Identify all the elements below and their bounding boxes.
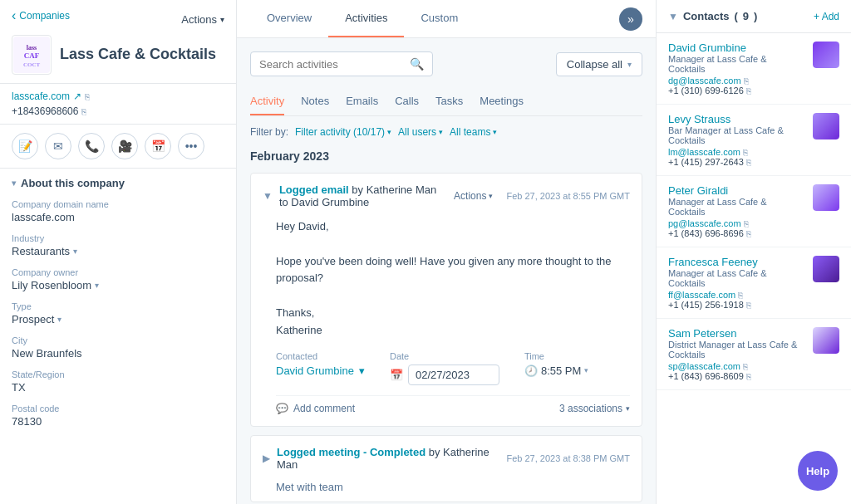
contact-item: David Grumbine Manager at Lass Cafe & Co… <box>657 33 851 105</box>
copy-phone-icon[interactable]: ⎘ <box>746 301 751 310</box>
copy-email-icon[interactable]: ⎘ <box>743 362 748 371</box>
more-icon-btn[interactable]: ••• <box>178 133 204 159</box>
contact-email[interactable]: lm@lasscafe.com ⎘ <box>668 147 806 157</box>
comment-icon: 💬 <box>276 403 288 414</box>
contact-info: Francesca Feeney Manager at Lass Cafe & … <box>668 256 806 310</box>
contact-email[interactable]: pg@lasscafe.com ⎘ <box>668 218 806 228</box>
collapse-all-button[interactable]: Collapse all <box>556 52 642 76</box>
copy-phone-icon[interactable]: ⎘ <box>746 229 751 238</box>
clock-icon: 🕗 <box>524 365 538 377</box>
help-button[interactable]: Help <box>798 451 838 491</box>
collapsed-toggle[interactable]: ▶ <box>263 453 270 464</box>
sub-tabs: Activity Notes Emails Calls Tasks Meetin… <box>250 88 642 116</box>
month-label: February 2023 <box>250 149 642 163</box>
sub-tab-calls[interactable]: Calls <box>395 88 419 115</box>
contact-item: Sam Petersen District Manager at Lass Ca… <box>657 319 851 390</box>
copy-email-icon[interactable]: ⎘ <box>743 148 748 157</box>
left-sidebar: Companies Actions lass CAF COCT L <box>0 0 237 504</box>
panel-title: ▼ Contacts (9) <box>668 10 757 22</box>
filter-users-link[interactable]: All users <box>398 126 443 138</box>
card-by: by Katherine Man <box>352 183 436 196</box>
copy-email-icon[interactable]: ⎘ <box>744 76 749 86</box>
add-comment-button[interactable]: 💬 Add comment <box>276 403 355 414</box>
search-box[interactable]: 🔍 <box>250 51 433 76</box>
add-contact-button[interactable]: + Add <box>814 11 839 22</box>
owner-dropdown[interactable]: Lily Rosenbloom ▾ <box>12 279 224 291</box>
contact-name[interactable]: Levy Strauss <box>668 113 806 125</box>
about-section: About this company Company domain name l… <box>0 169 236 446</box>
sub-tab-emails[interactable]: Emails <box>346 88 378 115</box>
back-to-companies[interactable]: Companies <box>12 8 70 23</box>
logged-email-card: ▼ Logged email by Katherine Man to David… <box>250 173 642 427</box>
contact-email[interactable]: dg@lasscafe.com ⎘ <box>668 76 806 86</box>
type-dropdown[interactable]: Prospect ▾ <box>12 313 224 325</box>
card-toggle[interactable]: ▼ <box>263 190 273 202</box>
company-actions-button[interactable]: Actions <box>181 13 224 26</box>
copy-phone-icon[interactable]: ⎘ <box>746 158 751 167</box>
search-input[interactable] <box>259 58 405 71</box>
contact-email[interactable]: ff@lasscafe.com ⎘ <box>668 290 806 300</box>
contacted-value[interactable]: David Grumbine ▾ <box>276 365 365 377</box>
note-icon-btn[interactable]: 📝 <box>12 133 38 159</box>
contact-email[interactable]: sp@lasscafe.com ⎘ <box>668 361 806 371</box>
expand-button[interactable]: » <box>619 7 642 31</box>
filter-teams-link[interactable]: All teams <box>450 126 497 138</box>
copy-phone-icon[interactable]: ⎘ <box>746 372 751 381</box>
copy-email-icon[interactable]: ⎘ <box>744 219 749 228</box>
card-footer: 💬 Add comment 3 associations <box>276 395 630 414</box>
right-contacts-panel: ▼ Contacts (9) + Add David Grumbine Mana… <box>656 0 851 504</box>
tab-custom[interactable]: Custom <box>404 0 475 37</box>
contact-name[interactable]: David Grumbine <box>668 42 806 54</box>
field-domain: Company domain name lasscafe.com <box>12 199 224 223</box>
action-icons-row: 📝 ✉ 📞 🎥 📅 ••• <box>0 125 236 169</box>
industry-dropdown[interactable]: Restaurants ▾ <box>12 245 224 257</box>
filter-activity-link[interactable]: Filter activity (10/17) <box>295 126 391 138</box>
calendar-icon: 📅 <box>390 369 403 381</box>
about-header[interactable]: About this company <box>12 177 224 189</box>
copy-email-icon[interactable]: ⎘ <box>738 291 743 300</box>
contact-phone: +1 (843) 696-8696 ⎘ <box>668 228 806 238</box>
svg-text:COCT: COCT <box>23 61 41 68</box>
video-icon-btn[interactable]: 🎥 <box>111 133 138 159</box>
calendar-icon-btn[interactable]: 📅 <box>145 133 171 159</box>
field-industry: Industry Restaurants ▾ <box>12 233 224 257</box>
tab-activities[interactable]: Activities <box>328 0 404 37</box>
company-url-link[interactable]: lasscafe.com ↗ ⎘ <box>12 91 224 102</box>
date-input[interactable] <box>408 365 499 385</box>
contact-name[interactable]: Francesca Feeney <box>668 256 806 268</box>
sub-tab-notes[interactable]: Notes <box>301 88 329 115</box>
associations-button[interactable]: 3 associations <box>559 403 630 414</box>
panel-collapse-icon[interactable]: ▼ <box>668 11 678 22</box>
company-name: Lass Cafe & Cocktails <box>60 46 216 64</box>
contact-phone: +1 (415) 297-2643 ⎘ <box>668 157 806 167</box>
tab-overview[interactable]: Overview <box>250 0 328 37</box>
contact-info: Peter Giraldi Manager at Lass Cafe & Coc… <box>668 184 806 238</box>
copy-url-icon[interactable]: ⎘ <box>85 92 90 101</box>
owner-dropdown-arrow: ▾ <box>95 281 99 290</box>
copy-phone-icon[interactable]: ⎘ <box>746 86 751 95</box>
contact-role: Manager at Lass Cafe & Cocktails <box>668 268 806 288</box>
time-value[interactable]: 🕗 8:55 PM <box>524 365 588 377</box>
contact-item: Peter Giraldi Manager at Lass Cafe & Coc… <box>657 176 851 247</box>
collapsed-card-type: Logged meeting - Completed <box>277 446 426 458</box>
date-value[interactable]: 📅 <box>390 365 499 385</box>
industry-dropdown-arrow: ▾ <box>73 247 77 256</box>
collapsed-body: Met with team <box>276 481 343 493</box>
contact-avatar <box>813 42 839 68</box>
type-dropdown-arrow: ▾ <box>57 315 61 324</box>
card-actions-button[interactable]: Actions <box>454 190 493 202</box>
card-meta: Contacted David Grumbine ▾ Date 📅 <box>276 351 630 385</box>
sub-tab-meetings[interactable]: Meetings <box>480 88 524 115</box>
contact-avatar <box>813 113 839 139</box>
external-link-icon: ↗ <box>73 91 81 102</box>
email-icon-btn[interactable]: ✉ <box>45 133 71 159</box>
contact-avatar <box>813 327 839 354</box>
contact-name[interactable]: Sam Petersen <box>668 327 806 340</box>
card-title: Logged email by Katherine Man to David G… <box>279 183 447 208</box>
copy-phone-icon[interactable]: ⎘ <box>81 107 86 116</box>
sub-tab-activity[interactable]: Activity <box>250 88 284 115</box>
contact-name[interactable]: Peter Giraldi <box>668 184 806 197</box>
call-icon-btn[interactable]: 📞 <box>78 133 105 159</box>
sub-tab-tasks[interactable]: Tasks <box>435 88 463 115</box>
main-content: Overview Activities Custom » 🔍 Collapse … <box>237 0 656 504</box>
